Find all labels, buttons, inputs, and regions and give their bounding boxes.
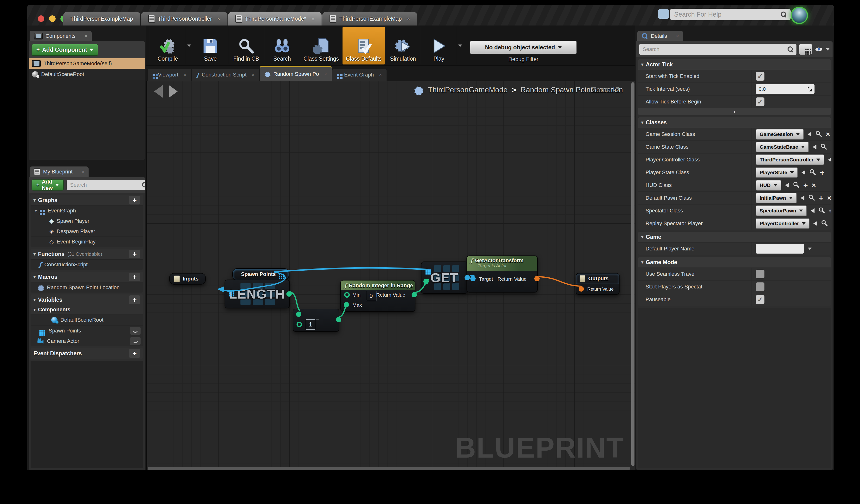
chevron-down-icon[interactable] (826, 48, 830, 50)
checkbox-checked[interactable]: ✓ (756, 72, 764, 80)
save-button[interactable]: Save (192, 27, 228, 64)
node-get[interactable]: GET (421, 262, 468, 294)
index-input-pin[interactable] (424, 279, 429, 284)
element-output-pin[interactable] (464, 275, 470, 280)
browse-icon[interactable] (821, 220, 828, 227)
return-value-input-pin[interactable] (579, 286, 584, 292)
close-tab-icon[interactable]: × (379, 72, 382, 77)
add-macro-button[interactable]: + (129, 272, 140, 281)
tab-thirdpersonexamplemap-2[interactable]: ThirdPersonExampleMap × (322, 12, 417, 26)
tree-item-despawn-player[interactable]: ◈ Despawn Player (31, 226, 143, 236)
int-input-pin-a[interactable] (296, 312, 301, 317)
node-subtract[interactable]: 1 ‒ (293, 309, 339, 332)
browse-icon[interactable] (793, 181, 800, 189)
create-new-icon[interactable]: + (803, 181, 808, 189)
class-dropdown[interactable]: PlayerState (756, 167, 798, 178)
feedback-bubble-icon[interactable] (658, 9, 669, 19)
checkbox-checked[interactable]: ✓ (756, 295, 764, 304)
use-selected-icon[interactable] (801, 196, 804, 201)
simulation-button[interactable]: Simulation (385, 27, 421, 64)
my-blueprint-empty-area[interactable] (31, 361, 143, 469)
details-search-box[interactable] (639, 44, 797, 55)
array-input-pin[interactable] (229, 291, 231, 293)
class-settings-button[interactable]: Class Settings (300, 27, 343, 64)
tree-item-construction-script[interactable]: ƒ ConstructionScript (31, 260, 143, 270)
checkbox-unchecked[interactable] (756, 270, 764, 278)
value-spinner-icon[interactable] (808, 87, 812, 91)
return-value-output-pin[interactable] (412, 292, 417, 297)
int-output-pin[interactable] (336, 317, 341, 322)
class-dropdown[interactable]: SpectatorPawn (756, 205, 807, 216)
game-header[interactable]: ▾ Game (638, 232, 831, 242)
breadcrumb-root[interactable]: ThirdPersonGameMode (428, 86, 507, 94)
checkbox-unchecked[interactable] (756, 282, 764, 291)
create-new-icon[interactable]: + (819, 194, 823, 202)
add-event-dispatcher-button[interactable]: + (129, 349, 140, 358)
browse-icon[interactable] (809, 169, 816, 176)
variables-header[interactable]: ▾ Variables + (31, 295, 143, 305)
class-dropdown[interactable]: GameSession (756, 129, 804, 139)
nav-back-icon[interactable] (154, 85, 163, 98)
node-spawn-points[interactable]: Spawn Points (232, 268, 289, 280)
class-dropdown[interactable]: PlayerController (756, 218, 809, 229)
min-input-pin[interactable] (344, 292, 350, 298)
close-icon[interactable]: × (85, 33, 87, 39)
tree-item-eventgraph[interactable]: ▾ EventGraph (31, 205, 143, 216)
tick-interval-input[interactable]: 0.0 (756, 84, 815, 94)
array-input-pin[interactable] (426, 269, 427, 271)
variable-visibility-toggle[interactable] (130, 327, 141, 335)
functions-header[interactable]: ▾ Functions (31 Overridable) + (31, 249, 143, 260)
add-graph-button[interactable]: + (129, 196, 140, 205)
horizontal-scrollbar[interactable] (148, 467, 630, 470)
use-selected-icon[interactable] (828, 157, 831, 162)
my-blueprint-search-input[interactable] (70, 182, 140, 188)
class-defaults-button[interactable]: Class Defaults (343, 27, 385, 64)
blueprint-graph-canvas[interactable]: ThirdPersonGameMode > Random Spawn Point… (146, 81, 635, 470)
create-new-icon[interactable]: + (820, 169, 825, 176)
components-empty-area[interactable] (29, 80, 145, 160)
components-group-header[interactable]: ▾ Components (31, 305, 143, 314)
close-tab-icon[interactable]: × (217, 16, 220, 21)
add-new-button[interactable]: + Add New (31, 179, 64, 191)
close-window-button[interactable] (38, 15, 44, 22)
close-icon[interactable]: × (676, 33, 679, 39)
chevron-down-icon[interactable] (808, 248, 812, 250)
min-value-box[interactable]: 0 (366, 291, 376, 301)
advanced-expander[interactable]: ▾ (638, 108, 831, 115)
tab-random-spawn-point[interactable]: Random Spawn Po × (260, 66, 332, 81)
use-selected-icon[interactable] (807, 132, 812, 137)
close-tab-icon[interactable]: × (407, 16, 410, 21)
int-input-pin-b[interactable] (297, 322, 302, 327)
details-search-input[interactable] (642, 46, 785, 53)
tree-item-random-spawn-point-location[interactable]: Random Spawn Point Location (31, 282, 143, 293)
play-button[interactable]: Play (421, 27, 457, 64)
component-row-self[interactable]: ThirdPersonGameMode(self) (29, 58, 145, 69)
use-selected-icon[interactable] (785, 183, 789, 188)
help-search-input[interactable] (674, 11, 778, 18)
expand-triangle-icon[interactable]: ▾ (35, 209, 37, 213)
class-dropdown[interactable]: GameStateBase (756, 142, 809, 152)
browse-icon[interactable] (818, 207, 825, 214)
variable-row-camera-actor[interactable]: Camera Actor (31, 336, 143, 346)
add-function-button[interactable]: + (129, 250, 140, 258)
property-matrix-button[interactable] (799, 44, 812, 55)
int-output-pin[interactable] (286, 291, 292, 297)
tab-construction-script[interactable]: ƒ Construction Script × (192, 69, 259, 81)
classes-header[interactable]: ▾ Classes (638, 117, 831, 128)
class-dropdown[interactable]: InitialPawn (756, 193, 797, 203)
node-get-actor-transform[interactable]: ƒ GetActorTransform Target is Actor Targ… (467, 255, 538, 293)
component-row-scene-root[interactable]: DefaultSceneRoot (29, 69, 145, 80)
class-dropdown[interactable]: ThirdPersonController (756, 154, 824, 165)
tree-item-event-beginplay[interactable]: ◇ Event BeginPlay (31, 236, 143, 247)
event-dispatchers-header[interactable]: Event Dispatchers + (31, 348, 143, 359)
node-inputs[interactable]: Inputs (169, 273, 206, 285)
use-selected-icon[interactable] (802, 170, 805, 175)
clear-icon[interactable]: × (827, 194, 831, 202)
class-dropdown[interactable]: HUD (756, 180, 781, 191)
create-new-icon[interactable]: + (829, 207, 831, 214)
add-component-button[interactable]: + Add Component (31, 44, 98, 56)
clear-icon[interactable]: × (812, 182, 816, 189)
actor-tick-header[interactable]: ▾ Actor Tick (638, 59, 831, 70)
close-tab-icon[interactable]: × (312, 16, 314, 21)
clear-icon[interactable]: × (826, 131, 830, 138)
